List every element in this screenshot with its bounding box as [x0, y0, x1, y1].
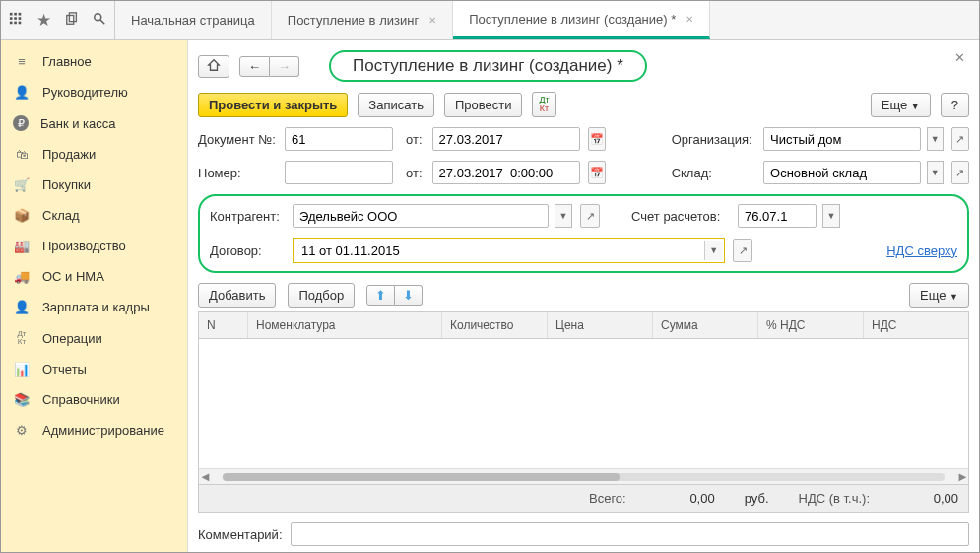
col-n[interactable]: N [199, 312, 248, 338]
search-icon[interactable] [93, 12, 106, 29]
page-title: Поступление в лизинг (создание) * [329, 50, 647, 82]
sidebar-item-bank[interactable]: ₽Банк и касса [1, 107, 187, 139]
number-input[interactable] [285, 161, 393, 184]
dropdown-icon[interactable]: ▼ [927, 127, 944, 151]
sidebar-item-admin[interactable]: ⚙Администрирование [1, 415, 187, 446]
col-qty[interactable]: Количество [442, 312, 548, 338]
svg-rect-6 [10, 22, 13, 25]
contract-input[interactable] [295, 241, 704, 260]
table-more-button[interactable]: Еще ▼ [909, 283, 969, 308]
sidebar-item-refs[interactable]: 📚Справочники [1, 384, 187, 415]
number-date-input[interactable] [432, 161, 580, 184]
col-vat[interactable]: НДС [864, 312, 968, 338]
sidebar-item-production[interactable]: 🏭Производство [1, 231, 187, 261]
table-body[interactable] [199, 339, 968, 468]
post-button[interactable]: Провести [444, 93, 523, 117]
back-button[interactable]: ← [239, 56, 270, 77]
totals-row: Всего: 0,00 руб. НДС (в т.ч.): 0,00 [198, 485, 969, 513]
account-label: Счет расчетов: [631, 209, 732, 224]
dropdown-icon[interactable]: ▼ [927, 161, 944, 184]
post-close-button[interactable]: Провести и закрыть [198, 93, 348, 117]
header-row: ← → Поступление в лизинг (создание) * [198, 50, 969, 82]
move-up-button[interactable]: ⬆ [366, 285, 395, 306]
close-icon[interactable]: ✕ [428, 15, 436, 26]
tab-leasing-create[interactable]: Поступление в лизинг (создание) *✕ [453, 1, 710, 39]
number-label: Номер: [198, 166, 279, 180]
open-icon[interactable]: ↗ [951, 127, 969, 151]
total-label: Всего: [589, 491, 626, 506]
org-input[interactable] [763, 127, 921, 151]
scroll-left-icon[interactable]: ◄ [199, 469, 211, 484]
svg-rect-10 [69, 13, 76, 22]
col-vatpct[interactable]: % НДС [758, 312, 864, 338]
dropdown-icon[interactable]: ▼ [555, 204, 572, 228]
h-scrollbar[interactable]: ◄ ► [199, 468, 968, 484]
col-nomenclature[interactable]: Номенклатура [248, 312, 442, 338]
sidebar-item-reports[interactable]: 📊Отчеты [1, 354, 187, 384]
counterparty-input[interactable] [293, 204, 549, 228]
cart-icon: 🛒 [13, 177, 31, 192]
col-sum[interactable]: Сумма [653, 312, 758, 338]
chart-icon: 📊 [13, 362, 31, 377]
scroll-right-icon[interactable]: ► [956, 469, 968, 484]
sidebar-item-manager[interactable]: 👤Руководителю [1, 77, 187, 107]
factory-icon: 🏭 [13, 239, 31, 253]
sidebar-item-assets[interactable]: 🚚ОС и НМА [1, 261, 187, 292]
vat-link[interactable]: НДС сверху [886, 243, 957, 258]
data-table: N Номенклатура Количество Цена Сумма % Н… [198, 311, 969, 485]
warehouse-label: Склад: [672, 166, 757, 180]
contract-label: Договор: [210, 243, 287, 258]
clone-icon[interactable] [65, 12, 79, 29]
table-header: N Номенклатура Количество Цена Сумма % Н… [199, 312, 968, 339]
pick-button[interactable]: Подбор [288, 283, 355, 308]
sidebar-item-main[interactable]: ≡Главное [1, 46, 187, 77]
dropdown-icon[interactable]: ▼ [822, 204, 840, 228]
calendar-icon[interactable]: 📅 [588, 127, 606, 151]
move-down-button[interactable]: ⬇ [395, 285, 423, 306]
nav-buttons: ← → [239, 56, 299, 77]
dropdown-icon[interactable]: ▼ [704, 241, 722, 260]
tab-home[interactable]: Начальная страница [115, 1, 272, 39]
apps-icon[interactable] [9, 12, 23, 29]
dtkt-button[interactable]: ДтКт [532, 92, 555, 117]
svg-rect-5 [19, 17, 22, 20]
topbar-icons: ★ [1, 1, 115, 39]
docnum-input[interactable] [285, 127, 393, 151]
more-button[interactable]: Еще ▼ [871, 93, 931, 117]
sidebar-item-warehouse[interactable]: 📦Склад [1, 200, 187, 231]
counterparty-label: Контрагент: [210, 209, 287, 224]
svg-line-12 [100, 20, 104, 24]
scroll-thumb[interactable] [223, 473, 620, 481]
help-button[interactable]: ? [941, 93, 969, 117]
menu-icon: ≡ [13, 54, 31, 69]
home-button[interactable] [198, 55, 229, 78]
comment-row: Комментарий: [198, 522, 969, 546]
forward-button[interactable]: → [270, 56, 299, 77]
account-input[interactable] [738, 204, 817, 228]
comment-input[interactable] [291, 522, 970, 546]
sidebar: ≡Главное 👤Руководителю ₽Банк и касса 🛍Пр… [1, 40, 188, 552]
open-icon[interactable]: ↗ [580, 204, 600, 228]
col-price[interactable]: Цена [548, 312, 653, 338]
open-icon[interactable]: ↗ [733, 239, 752, 262]
calendar-icon[interactable]: 📅 [588, 161, 606, 184]
docnum-label: Документ №: [198, 132, 279, 147]
add-button[interactable]: Добавить [198, 283, 276, 308]
star-icon[interactable]: ★ [36, 10, 51, 31]
sidebar-item-hr[interactable]: 👤Зарплата и кадры [1, 292, 187, 322]
action-row: Провести и закрыть Записать Провести ДтК… [198, 92, 969, 117]
svg-point-11 [95, 14, 101, 21]
save-button[interactable]: Записать [358, 93, 434, 117]
close-icon[interactable]: ✕ [686, 14, 693, 25]
dtkt-icon: ДтКт [13, 330, 31, 346]
tab-leasing[interactable]: Поступление в лизинг✕ [272, 1, 453, 39]
sidebar-item-sales[interactable]: 🛍Продажи [1, 139, 187, 170]
warehouse-input[interactable] [763, 161, 921, 184]
open-icon[interactable]: ↗ [951, 161, 969, 184]
sidebar-item-ops[interactable]: ДтКтОперации [1, 322, 187, 354]
close-icon[interactable]: ✕ [954, 50, 965, 65]
svg-rect-3 [10, 17, 13, 20]
vat-total-label: НДС (в т.ч.): [799, 491, 871, 506]
docdate-input[interactable] [432, 127, 580, 151]
sidebar-item-purchases[interactable]: 🛒Покупки [1, 170, 187, 200]
